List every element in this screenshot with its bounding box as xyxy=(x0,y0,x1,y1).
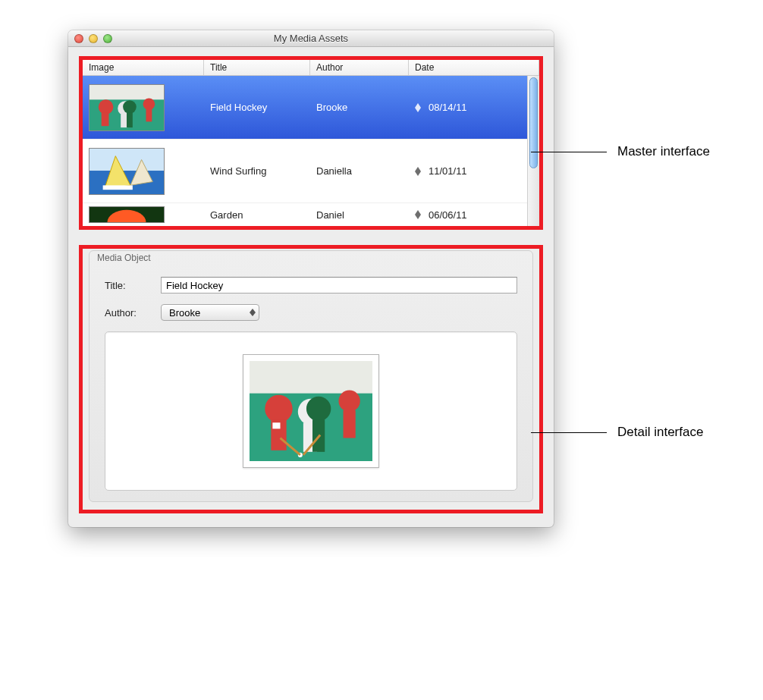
svg-rect-1 xyxy=(89,85,164,99)
cell-image xyxy=(83,143,204,199)
svg-rect-8 xyxy=(127,112,133,127)
author-select-value: Brooke xyxy=(169,307,200,319)
group-legend: Media Object xyxy=(89,251,532,263)
column-header-author[interactable]: Author xyxy=(310,60,409,75)
title-input[interactable] xyxy=(161,277,517,293)
traffic-lights xyxy=(74,34,112,43)
title-label: Title: xyxy=(105,280,150,291)
svg-rect-26 xyxy=(250,361,372,394)
svg-rect-9 xyxy=(146,108,152,121)
zoom-button[interactable] xyxy=(103,34,112,43)
date-stepper-icon[interactable] xyxy=(415,103,421,112)
svg-point-34 xyxy=(338,391,360,412)
column-header-title[interactable]: Title xyxy=(204,60,310,75)
date-value: 06/06/11 xyxy=(429,209,467,221)
image-frame xyxy=(243,354,379,468)
svg-point-2 xyxy=(99,99,114,114)
table-header: Image Title Author Date xyxy=(83,60,539,76)
annotation-label: Master interface xyxy=(617,144,710,159)
svg-point-32 xyxy=(306,397,331,421)
cell-author: Daniella xyxy=(310,161,409,181)
image-well xyxy=(105,331,517,491)
cell-title: Garden xyxy=(204,205,310,225)
minimize-button[interactable] xyxy=(89,34,98,43)
annotation-line xyxy=(531,432,607,433)
svg-marker-24 xyxy=(250,312,256,316)
svg-rect-6 xyxy=(102,112,109,125)
annotation-label: Detail interface xyxy=(617,425,703,440)
annotation-detail: Detail interface xyxy=(531,425,703,440)
svg-rect-35 xyxy=(344,410,356,438)
author-row: Author: Brooke xyxy=(105,304,517,321)
svg-rect-16 xyxy=(103,185,133,190)
select-arrows-icon xyxy=(250,309,256,316)
svg-marker-18 xyxy=(415,171,421,176)
app-window: My Media Assets Image Title Author Date xyxy=(68,30,554,527)
title-row: Title: xyxy=(105,277,517,293)
cell-image xyxy=(83,202,204,226)
date-value: 11/01/11 xyxy=(429,165,467,177)
column-header-date[interactable]: Date xyxy=(409,60,539,75)
close-button[interactable] xyxy=(74,34,83,43)
cell-date: 08/14/11 xyxy=(409,97,539,118)
detail-form: Title: Author: Brooke xyxy=(89,263,532,501)
svg-marker-22 xyxy=(415,215,421,219)
cell-title: Wind Surfing xyxy=(204,161,310,181)
titlebar[interactable]: My Media Assets xyxy=(68,30,554,47)
svg-point-5 xyxy=(143,98,155,109)
column-header-image[interactable]: Image xyxy=(83,60,204,75)
svg-point-4 xyxy=(123,100,137,113)
author-select[interactable]: Brooke xyxy=(161,304,259,321)
date-stepper-icon[interactable] xyxy=(415,167,421,176)
date-stepper-icon[interactable] xyxy=(415,210,421,219)
author-label: Author: xyxy=(105,307,150,319)
date-value: 08/14/11 xyxy=(429,102,467,113)
svg-rect-12 xyxy=(89,149,164,171)
cell-author: Daniel xyxy=(310,205,409,225)
window-body: Image Title Author Date xyxy=(68,47,554,527)
svg-point-27 xyxy=(265,395,292,423)
window-title: My Media Assets xyxy=(68,33,554,44)
cell-author: Brooke xyxy=(310,97,409,118)
table-body: Field Hockey Brooke 08/14/11 xyxy=(83,76,539,226)
detail-interface: Media Object Title: Author: Brooke xyxy=(79,245,543,513)
cell-image xyxy=(83,80,204,136)
svg-rect-29 xyxy=(272,422,280,428)
thumbnail xyxy=(89,84,165,131)
annotation-master: Master interface xyxy=(531,144,710,159)
detail-image xyxy=(250,361,372,461)
thumbnail xyxy=(89,148,165,195)
master-interface: Image Title Author Date xyxy=(79,56,543,230)
media-object-group: Media Object Title: Author: Brooke xyxy=(89,250,533,502)
annotation-line xyxy=(531,152,607,152)
table-row[interactable]: Wind Surfing Daniella 11/01/11 xyxy=(83,140,539,203)
cell-date: 11/01/11 xyxy=(409,161,539,181)
svg-marker-11 xyxy=(415,108,421,112)
cell-title: Field Hockey xyxy=(204,97,310,118)
cell-date: 06/06/11 xyxy=(409,205,539,225)
table-row[interactable]: Garden Daniel 06/06/11 xyxy=(83,203,539,226)
thumbnail xyxy=(89,206,165,223)
table-row[interactable]: Field Hockey Brooke 08/14/11 xyxy=(83,76,539,140)
